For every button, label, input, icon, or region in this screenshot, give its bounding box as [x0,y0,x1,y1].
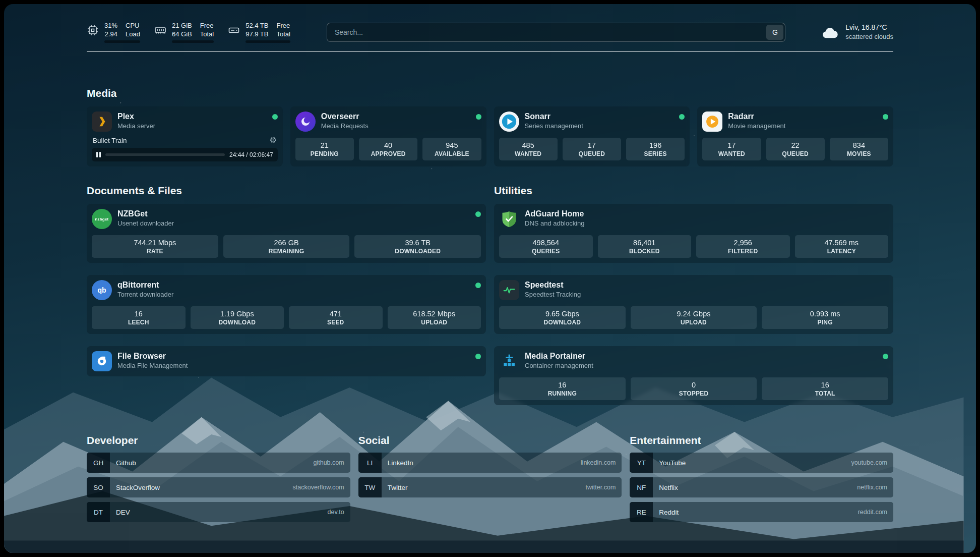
bookmark-name: YouTube [659,459,686,467]
service-card-portainer[interactable]: Media Portainer Container management 16 … [494,346,893,405]
sonarr-icon [499,112,519,132]
bookmark-youtube[interactable]: YT YouTube youtube.com [630,453,893,473]
bookmark-abbr: NF [630,477,653,497]
bookmark-abbr: DT [87,502,110,522]
stat-download: 9.65 Gbps DOWNLOAD [499,306,626,329]
documents-group: Documents & Files nzbget NZBGet Usenet d… [87,185,486,376]
service-name: qBittorrent [117,280,173,290]
bookmark-twitter[interactable]: TW Twitter twitter.com [358,477,622,497]
stat-leech: 16 LEECH [92,306,186,329]
bookmark-url: stackoverflow.com [293,484,344,491]
section-title-developer: Developer [87,434,350,447]
service-name: NZBGet [117,209,174,219]
stat-pending: 21 PENDING [295,138,354,160]
service-desc: Media Requests [321,122,369,130]
service-name: Media Portainer [525,351,593,361]
bookmark-name: DEV [116,509,130,516]
bookmark-reddit[interactable]: RE Reddit reddit.com [630,502,893,522]
stat-ping: 0.993 ms PING [762,306,888,329]
cloud-icon [822,26,839,39]
media-group: Plex Media server Bullet Train ⚙ 24:44 /… [87,106,893,166]
cpu-icon [87,24,99,36]
section-title-documents: Documents & Files [87,185,486,197]
disk-total-value: 97.9 TB [246,30,268,38]
disk-progress-bar [246,40,290,43]
memory-widget: 21 GiB Free 64 GiB Total [154,21,214,43]
gear-icon[interactable]: ⚙ [269,136,276,144]
bookmark-name: Netflix [659,484,678,491]
bookmark-url: dev.to [328,509,344,516]
playback-progress[interactable] [105,153,225,156]
bookmark-abbr: GH [87,453,110,473]
service-card-radarr[interactable]: Radarr Movie management 17 WANTED 22 QUE… [697,106,893,166]
section-title-social: Social [358,434,622,447]
bookmark-abbr: LI [358,453,382,473]
section-title-utilities: Utilities [494,185,893,197]
memory-icon [154,24,166,36]
stat-wanted: 17 WANTED [702,138,761,160]
bookmark-url: reddit.com [858,509,887,516]
memory-total-value: 64 GiB [172,30,192,38]
search-provider-button[interactable]: G [766,25,783,40]
service-name: Sonarr [525,112,583,122]
bookmark-name: LinkedIn [388,459,413,467]
disk-free-value: 52.4 TB [246,21,268,30]
service-desc: Media server [117,122,155,130]
search-bar[interactable]: G [327,23,785,42]
pause-button[interactable] [96,152,101,157]
service-name: Overseerr [321,112,369,122]
service-desc: Media File Management [117,362,188,369]
service-card-adguard[interactable]: AdGuard Home DNS and adblocking 498,564 … [494,204,893,263]
utilities-group: Utilities [494,185,893,405]
stat-blocked: 86,401 BLOCKED [598,235,692,258]
adguard-icon [499,209,519,229]
weather-widget: Lviv, 16.87°C scattered clouds [822,23,893,41]
disk-icon [228,24,240,36]
section-title-media: Media [87,87,893,99]
bookmark-linkedin[interactable]: LI LinkedIn linkedin.com [358,453,622,473]
stat-running: 16 RUNNING [499,377,626,400]
disk-widget: 52.4 TB Free 97.9 TB Total [228,21,290,43]
bookmark-netflix[interactable]: NF Netflix netflix.com [630,477,893,497]
stat-filtered: 2,956 FILTERED [696,235,790,258]
service-desc: Series management [525,122,583,130]
service-card-plex[interactable]: Plex Media server Bullet Train ⚙ 24:44 /… [87,106,283,166]
service-name: Speedtest [525,280,581,290]
search-input[interactable] [329,28,766,36]
service-card-sonarr[interactable]: Sonarr Series management 485 WANTED 17 Q… [494,106,690,166]
status-dot [475,283,481,288]
bookmark-url: linkedin.com [581,459,616,466]
bookmark-stackoverflow[interactable]: SO StackOverflow stackoverflow.com [87,477,350,497]
stat-queries: 498,564 QUERIES [499,235,593,258]
bookmarks-social: Social LI LinkedIn linkedin.com TW Twitt… [358,434,622,522]
bookmark-name: StackOverflow [116,484,160,491]
service-card-overseerr[interactable]: Overseerr Media Requests 21 PENDING 40 A… [290,106,486,166]
radarr-icon [702,112,722,132]
stat-available: 945 AVAILABLE [422,138,481,160]
memory-free-value: 21 GiB [172,21,192,30]
service-card-nzbget[interactable]: nzbget NZBGet Usenet downloader 744.21 M… [87,204,486,263]
topbar-divider [87,51,893,52]
stat-upload: 618.52 Mbps UPLOAD [388,306,481,329]
stat-stopped: 0 STOPPED [631,377,757,400]
qbittorrent-icon: qb [92,280,112,300]
bookmark-name: Reddit [659,509,679,516]
playback-time: 24:44 / 02:06:47 [229,151,273,158]
plex-player-bar: 24:44 / 02:06:47 [92,148,278,161]
dashboard-window: 31% CPU 2.94 Load 21 GiB Free 64 GiB Tot… [4,4,976,553]
bookmark-url: netflix.com [857,484,887,491]
bookmarks-entertainment: Entertainment YT YouTube youtube.com NF … [630,434,893,522]
bookmarks-developer: Developer GH Github github.com SO StackO… [87,434,350,522]
weather-condition: scattered clouds [845,32,893,41]
bookmark-url: youtube.com [851,459,887,466]
stat-approved: 40 APPROVED [359,138,417,160]
service-card-qbittorrent[interactable]: qb qBittorrent Torrent downloader 16 [87,275,486,334]
service-desc: DNS and adblocking [525,219,585,227]
service-card-filebrowser[interactable]: File Browser Media File Management [87,346,486,376]
plex-icon [92,112,112,132]
service-card-speedtest[interactable]: Speedtest Speedtest Tracking 9.65 Gbps D… [494,275,893,334]
bookmark-dev[interactable]: DT DEV dev.to [87,502,350,522]
status-dot [475,354,481,359]
stat-series: 196 SERIES [626,138,685,160]
bookmark-github[interactable]: GH Github github.com [87,453,350,473]
